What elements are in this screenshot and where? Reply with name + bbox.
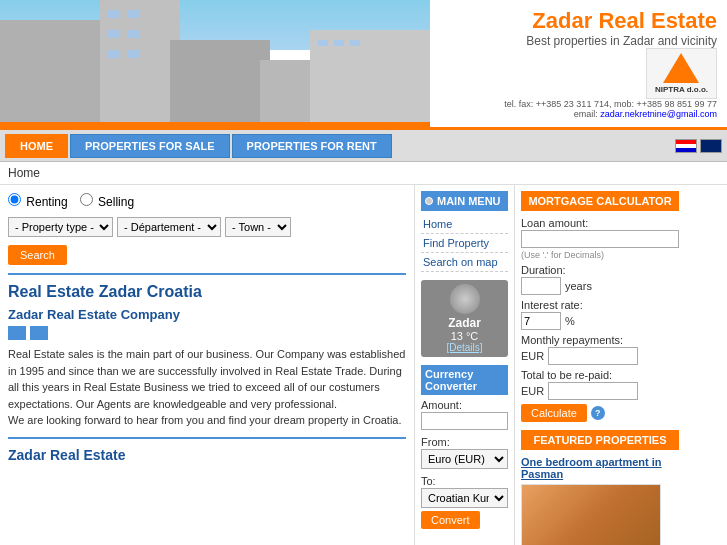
total-row: EUR <box>521 382 679 400</box>
interest-label: Interest rate: <box>521 299 679 311</box>
property-type-select[interactable]: - Property type - <box>8 217 113 237</box>
logo-triangle <box>663 53 699 83</box>
selling-radio[interactable] <box>80 193 93 206</box>
help-icon[interactable]: ? <box>591 406 605 420</box>
amount-label: Amount: <box>421 399 508 411</box>
filter-dropdowns: - Property type - - Département - - Town… <box>8 217 406 237</box>
menu-dot <box>425 197 433 205</box>
currency-converter: Currency Converter Amount: From: Euro (E… <box>421 365 508 529</box>
weather-icon <box>450 284 480 314</box>
percent-label: % <box>565 315 575 327</box>
currency-header: Currency Converter <box>421 365 508 395</box>
to-label: To: <box>421 475 508 487</box>
zadar-re-title: Zadar Real Estate <box>8 437 406 463</box>
monthly-label: Monthly repayments: <box>521 334 679 346</box>
email-link[interactable]: zadar.nekretnine@gmail.com <box>600 109 717 119</box>
duration-row: years <box>521 277 679 295</box>
renting-radio[interactable] <box>8 193 21 206</box>
loan-amount-input[interactable] <box>521 230 679 248</box>
icon-row <box>8 326 406 340</box>
nav-home[interactable]: HOME <box>5 134 68 158</box>
flag-croatia[interactable] <box>675 139 697 153</box>
decimal-note: (Use '.' for Decimals) <box>521 250 679 260</box>
header-image <box>0 0 430 130</box>
logo-area: NIPTRA d.o.o. <box>440 48 717 99</box>
breadcrumb-text: Home <box>8 166 40 180</box>
nav-bar: HOME PROPERTIES FOR SALE PROPERTIES FOR … <box>0 130 727 162</box>
nav-for-rent[interactable]: PROPERTIES FOR RENT <box>232 134 392 158</box>
logo-text: NIPTRA d.o.o. <box>655 85 708 94</box>
convert-button[interactable]: Convert <box>421 511 480 529</box>
to-select[interactable]: Croatian Kuna (I <box>421 488 508 508</box>
featured-header: FEATURED PROPERTIES <box>521 430 679 450</box>
years-label: years <box>565 280 592 292</box>
logo-box: NIPTRA d.o.o. <box>646 48 717 99</box>
flag-area <box>675 139 722 153</box>
weather-box: Zadar 13 °C [Details] <box>421 280 508 357</box>
total-output <box>548 382 638 400</box>
search-button[interactable]: Search <box>8 245 67 265</box>
duration-label: Duration: <box>521 264 679 276</box>
menu-home[interactable]: Home <box>421 215 508 234</box>
town-select[interactable]: - Town - <box>225 217 291 237</box>
interest-input[interactable] <box>521 312 561 330</box>
center-column: MAIN MENU Home Find Property Search on m… <box>415 185 515 545</box>
from-select[interactable]: Euro (EUR) <box>421 449 508 469</box>
calculate-row: Calculate ? <box>521 404 679 422</box>
selling-label[interactable]: Selling <box>80 193 134 209</box>
nav-for-sale[interactable]: PROPERTIES FOR SALE <box>70 134 230 158</box>
contact-phone: tel. fax: ++385 23 311 714, mob: ++385 9… <box>504 99 717 109</box>
flag-uk[interactable] <box>700 139 722 153</box>
weather-temp: 13 °C <box>425 330 504 342</box>
header-right: Zadar Real Estate Best properties in Zad… <box>430 0 727 127</box>
department-select[interactable]: - Département - <box>117 217 221 237</box>
loan-amount-label: Loan amount: <box>521 217 679 229</box>
eur-label1: EUR <box>521 350 544 362</box>
weather-details-link[interactable]: [Details] <box>425 342 504 353</box>
company-body-text: Real Estate sales is the main part of ou… <box>8 346 406 429</box>
site-subtitle: Best properties in Zadar and vicinity <box>440 34 717 48</box>
monthly-row: EUR <box>521 347 679 365</box>
interest-row: % <box>521 312 679 330</box>
monthly-output <box>548 347 638 365</box>
email-icon[interactable] <box>30 326 48 340</box>
left-column: Renting Selling - Property type - - Dépa… <box>0 185 415 545</box>
calculate-button[interactable]: Calculate <box>521 404 587 422</box>
duration-input[interactable] <box>521 277 561 295</box>
site-title: Zadar Real Estate <box>440 8 717 34</box>
page-header: Zadar Real Estate Best properties in Zad… <box>0 0 727 130</box>
menu-search-on-map[interactable]: Search on map <box>421 253 508 272</box>
featured-property-link[interactable]: One bedroom apartment in Pasman <box>521 456 679 480</box>
featured-property-image <box>521 484 661 545</box>
right-column: MORTGAGE CALCULATOR Loan amount: (Use '.… <box>515 185 685 545</box>
main-content: Renting Selling - Property type - - Dépa… <box>0 185 727 545</box>
amount-input[interactable] <box>421 412 508 430</box>
email-label: email: <box>574 109 598 119</box>
renting-label[interactable]: Renting <box>8 193 68 209</box>
menu-find-property[interactable]: Find Property <box>421 234 508 253</box>
filter-radio-row: Renting Selling <box>8 193 406 209</box>
total-label: Total to be re-paid: <box>521 369 679 381</box>
main-menu-header: MAIN MENU <box>421 191 508 211</box>
weather-city: Zadar <box>425 316 504 330</box>
company-title: Zadar Real Estate Company <box>8 307 406 322</box>
from-label: From: <box>421 436 508 448</box>
section-title: Real Estate Zadar Croatia <box>8 273 406 301</box>
mortgage-header: MORTGAGE CALCULATOR <box>521 191 679 211</box>
contact-info: tel. fax: ++385 23 311 714, mob: ++385 9… <box>440 99 717 119</box>
printer-icon[interactable] <box>8 326 26 340</box>
breadcrumb: Home <box>0 162 727 185</box>
eur-label2: EUR <box>521 385 544 397</box>
